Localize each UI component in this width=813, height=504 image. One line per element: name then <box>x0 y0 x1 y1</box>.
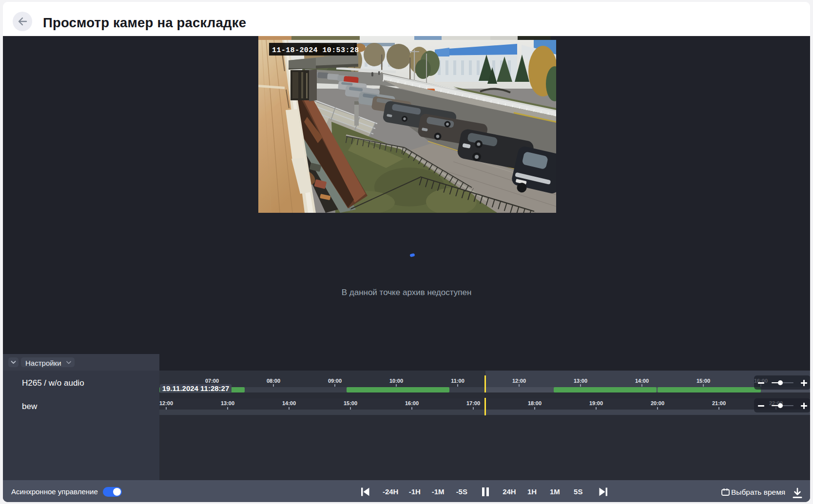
svg-text:11-18-2024 10:53:28: 11-18-2024 10:53:28 <box>272 46 359 55</box>
